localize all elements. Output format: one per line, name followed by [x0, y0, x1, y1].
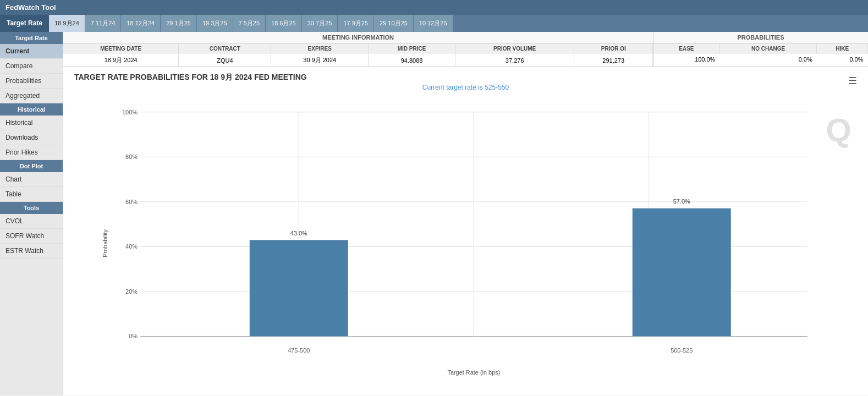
meeting-info-right: PROBABILITIES EASE NO CHANGE HIKE 100.0% [653, 32, 868, 67]
col-contract: CONTRACT [179, 43, 271, 54]
sidebar-item-probabilities[interactable]: Probabilities [0, 74, 63, 89]
sidebar-item-estr-watch[interactable]: ESTR Watch [0, 244, 63, 258]
chart-svg: Probability 100% 80% 60% 40% [74, 96, 857, 380]
bar-label-500-525: 57.0% [673, 198, 690, 205]
y-tick-60: 60% [125, 199, 138, 205]
x-tick-500-525: 500-525 [671, 347, 693, 354]
col-prior-volume: PRIOR VOLUME [455, 43, 574, 54]
sidebar-item-chart[interactable]: Chart [0, 172, 63, 187]
cell-no-change: 0.0% [719, 54, 816, 65]
col-hike: HIKE [817, 43, 868, 54]
app-title: FedWatch Tool [6, 3, 56, 12]
col-expires: EXPIRES [271, 43, 369, 54]
sidebar: Target Rate Current Compare Probabilitie… [0, 32, 63, 395]
chart-subtitle: Current target rate is 525-550 [74, 84, 857, 91]
sidebar-section-historical: Historical [0, 103, 63, 116]
col-ease: EASE [653, 43, 719, 54]
tabs-row: Target Rate 18 9月24 7 11月24 18 12月24 29 … [0, 15, 868, 32]
y-tick-80: 80% [125, 153, 138, 160]
date-tab-4[interactable]: 19 3月25 [197, 15, 233, 32]
y-tick-100: 100% [122, 109, 138, 116]
meeting-info-section: MEETING INFORMATION MEETING DATE CONTRAC… [63, 32, 868, 67]
y-tick-20: 20% [125, 288, 138, 295]
bar-500-525 [633, 208, 731, 337]
sidebar-item-table[interactable]: Table [0, 187, 63, 202]
menu-icon[interactable]: ☰ [848, 75, 857, 87]
sidebar-item-cvol[interactable]: CVOL [0, 214, 63, 229]
y-tick-40: 40% [125, 243, 138, 250]
date-tab-2[interactable]: 18 12月24 [121, 15, 161, 32]
chart-container: Probability 100% 80% 60% 40% [74, 96, 857, 380]
date-tab-10[interactable]: 10 12月25 [414, 15, 453, 32]
probabilities-title: PROBABILITIES [653, 32, 868, 43]
date-tab-6[interactable]: 18 6月25 [266, 15, 302, 32]
date-tab-5[interactable]: 7 5月25 [233, 15, 266, 32]
date-tab-1[interactable]: 7 11月24 [85, 15, 122, 32]
chart-title: TARGET RATE PROBABILITIES FOR 18 9月 2024… [74, 73, 857, 82]
chart-section: TARGET RATE PROBABILITIES FOR 18 9月 2024… [63, 67, 868, 395]
y-axis-title: Probability [102, 229, 108, 257]
y-tick-0: 0% [129, 333, 138, 339]
col-mid-price: MID PRICE [369, 43, 455, 54]
prob-table-row: 100.0% 0.0% 0.0% [653, 54, 868, 65]
col-no-change: NO CHANGE [719, 43, 816, 54]
info-table: MEETING DATE CONTRACT EXPIRES MID PRICE … [63, 43, 653, 67]
sidebar-section-tools: Tools [0, 202, 63, 214]
x-axis-title: Target Rate (in bps) [447, 369, 500, 376]
sidebar-item-compare[interactable]: Compare [0, 59, 63, 74]
date-tab-0[interactable]: 18 9月24 [49, 15, 85, 32]
col-meeting-date: MEETING DATE [63, 43, 179, 54]
meeting-info-left: MEETING INFORMATION MEETING DATE CONTRAC… [63, 32, 653, 67]
sidebar-item-downloads[interactable]: Downloads [0, 130, 63, 145]
date-tab-7[interactable]: 30 7月25 [302, 15, 338, 32]
cell-expires: 30 9月 2024 [271, 54, 369, 67]
date-tab-9[interactable]: 29 10月25 [374, 15, 414, 32]
sidebar-item-aggregated[interactable]: Aggregated [0, 89, 63, 103]
col-prior-oi: PRIOR OI [574, 43, 653, 54]
bar-475-500 [250, 240, 348, 336]
target-rate-tab[interactable]: Target Rate [0, 15, 49, 32]
date-tab-3[interactable]: 29 1月25 [161, 15, 197, 32]
sidebar-item-current[interactable]: Current [0, 44, 63, 59]
prob-table: EASE NO CHANGE HIKE 100.0% 0.0% 0.0% [653, 43, 868, 65]
cell-contract: ZQU4 [179, 54, 271, 67]
sidebar-section-dot-plot: Dot Plot [0, 160, 63, 172]
main-panel: MEETING INFORMATION MEETING DATE CONTRAC… [63, 32, 868, 395]
sidebar-item-prior-hikes[interactable]: Prior Hikes [0, 145, 63, 160]
bar-label-475-500: 43.0% [290, 230, 307, 237]
cell-meeting-date: 18 9月 2024 [63, 54, 179, 67]
info-table-row: 18 9月 2024 ZQU4 30 9月 2024 94.8088 37,27… [63, 54, 653, 67]
meeting-info-title: MEETING INFORMATION [63, 32, 653, 43]
cell-prior-oi: 291,273 [574, 54, 653, 67]
cell-ease: 100.0% [653, 54, 719, 65]
sidebar-section-target-rate: Target Rate [0, 32, 63, 44]
cell-hike: 0.0% [817, 54, 868, 65]
x-tick-475-500: 475-500 [288, 347, 310, 354]
date-tab-8[interactable]: 17 9月25 [338, 15, 374, 32]
cell-prior-volume: 37,276 [455, 54, 574, 67]
sidebar-item-sofr-watch[interactable]: SOFR Watch [0, 229, 63, 244]
cell-mid-price: 94.8088 [369, 54, 455, 67]
sidebar-item-historical[interactable]: Historical [0, 116, 63, 130]
title-bar: FedWatch Tool [0, 0, 868, 15]
